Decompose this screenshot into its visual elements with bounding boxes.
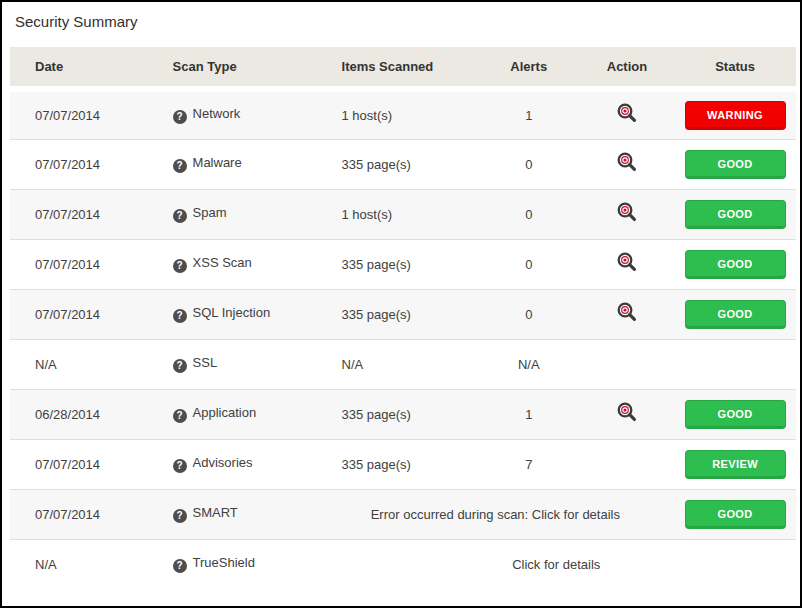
scan-type-label: Advisories (193, 455, 253, 470)
scan-message-cell[interactable]: Click for details (317, 539, 796, 589)
help-icon[interactable]: ? (173, 409, 187, 423)
status-cell: GOOD (674, 389, 796, 439)
scan-type-cell: ?SSL (148, 339, 317, 389)
items-scanned-cell: N/A (317, 339, 478, 389)
scan-type-cell: ?Advisories (148, 439, 317, 489)
alerts-cell: 1 (478, 89, 580, 139)
status-cell: WARNING (674, 89, 796, 139)
scan-type-label: SMART (193, 505, 238, 520)
items-scanned-cell: 1 host(s) (317, 89, 478, 139)
col-header-scan-type: Scan Type (148, 47, 317, 89)
status-badge-good[interactable]: GOOD (685, 400, 786, 429)
scan-type-cell: ?Network (148, 89, 317, 139)
table-row-smart: 07/07/2014?SMARTError occurred during sc… (10, 489, 796, 539)
scan-details-target-magnifier-icon[interactable] (615, 102, 639, 126)
action-cell (580, 339, 674, 389)
scan-details-target-magnifier-icon[interactable] (615, 301, 639, 325)
col-header-action: Action (580, 47, 674, 89)
scan-type-label: TrueShield (193, 555, 255, 570)
alerts-cell: 0 (478, 139, 580, 189)
table-row-advisories: 07/07/2014?Advisories335 page(s)7REVIEW (10, 439, 796, 489)
scan-type-cell: ?SQL Injection (148, 289, 317, 339)
scan-message-cell[interactable]: Error occurred during scan: Click for de… (317, 489, 675, 539)
status-badge-good[interactable]: GOOD (685, 150, 786, 179)
table-row-malware: 07/07/2014?Malware335 page(s)0GOOD (10, 139, 796, 189)
scan-type-cell: ?Malware (148, 139, 317, 189)
scan-type-label: Application (193, 405, 257, 420)
status-badge-good[interactable]: GOOD (685, 250, 786, 279)
help-icon[interactable]: ? (173, 559, 187, 573)
status-cell: GOOD (674, 239, 796, 289)
items-scanned-cell: 335 page(s) (317, 239, 478, 289)
scan-type-label: SQL Injection (193, 305, 271, 320)
scan-type-cell: ?Spam (148, 189, 317, 239)
scan-type-label: XSS Scan (193, 255, 252, 270)
status-badge-good[interactable]: GOOD (685, 300, 786, 329)
scan-details-target-magnifier-icon[interactable] (615, 151, 639, 175)
help-icon[interactable]: ? (173, 259, 187, 273)
scan-type-cell: ?XSS Scan (148, 239, 317, 289)
table-row-ssl: N/A?SSLN/AN/A (10, 339, 796, 389)
items-scanned-cell: 1 host(s) (317, 189, 478, 239)
alerts-cell: N/A (478, 339, 580, 389)
scan-details-target-magnifier-icon[interactable] (615, 201, 639, 225)
table-row-network: 07/07/2014?Network1 host(s)1WARNING (10, 89, 796, 139)
status-badge-review[interactable]: REVIEW (685, 450, 786, 479)
status-cell: REVIEW (674, 439, 796, 489)
help-icon[interactable]: ? (173, 159, 187, 173)
table-row-spam: 07/07/2014?Spam1 host(s)0GOOD (10, 189, 796, 239)
col-header-items-scanned: Items Scanned (317, 47, 478, 89)
date-cell: 07/07/2014 (10, 189, 148, 239)
action-cell (580, 189, 674, 239)
scan-details-target-magnifier-icon[interactable] (615, 401, 639, 425)
date-cell: 07/07/2014 (10, 239, 148, 289)
help-icon[interactable]: ? (173, 509, 187, 523)
date-cell: N/A (10, 539, 148, 589)
alerts-cell: 7 (478, 439, 580, 489)
table-row-xss-scan: 07/07/2014?XSS Scan335 page(s)0GOOD (10, 239, 796, 289)
items-scanned-cell: 335 page(s) (317, 439, 478, 489)
alerts-cell: 1 (478, 389, 580, 439)
date-cell: 07/07/2014 (10, 439, 148, 489)
items-scanned-cell: 335 page(s) (317, 289, 478, 339)
col-header-status: Status (674, 47, 796, 89)
help-icon[interactable]: ? (173, 459, 187, 473)
security-summary-page: Security Summary Date Scan Type Items Sc… (0, 0, 802, 608)
date-cell: 07/07/2014 (10, 289, 148, 339)
table-row-application: 06/28/2014?Application335 page(s)1GOOD (10, 389, 796, 439)
items-scanned-cell: 335 page(s) (317, 389, 478, 439)
date-cell: 07/07/2014 (10, 89, 148, 139)
table-row-trueshield: N/A?TrueShieldClick for details (10, 539, 796, 589)
alerts-cell: 0 (478, 239, 580, 289)
alerts-cell: 0 (478, 289, 580, 339)
status-cell: GOOD (674, 289, 796, 339)
date-cell: 07/07/2014 (10, 139, 148, 189)
action-cell (580, 389, 674, 439)
status-cell (674, 339, 796, 389)
alerts-cell: 0 (478, 189, 580, 239)
action-cell (580, 89, 674, 139)
status-cell: GOOD (674, 189, 796, 239)
scan-details-target-magnifier-icon[interactable] (615, 251, 639, 275)
action-cell (580, 239, 674, 289)
status-badge-good[interactable]: GOOD (685, 500, 786, 529)
help-icon[interactable]: ? (173, 359, 187, 373)
date-cell: N/A (10, 339, 148, 389)
table-header-row: Date Scan Type Items Scanned Alerts Acti… (10, 47, 796, 89)
date-cell: 07/07/2014 (10, 489, 148, 539)
status-cell: GOOD (674, 489, 796, 539)
help-icon[interactable]: ? (173, 110, 187, 124)
page-title: Security Summary (15, 13, 800, 30)
scan-type-label: Network (193, 106, 241, 121)
status-badge-warning[interactable]: WARNING (685, 101, 786, 130)
help-icon[interactable]: ? (173, 209, 187, 223)
scan-type-label: Malware (193, 155, 242, 170)
security-summary-table: Date Scan Type Items Scanned Alerts Acti… (10, 47, 796, 589)
status-badge-good[interactable]: GOOD (685, 200, 786, 229)
action-cell (580, 139, 674, 189)
status-cell: GOOD (674, 139, 796, 189)
col-header-date: Date (10, 47, 148, 89)
help-icon[interactable]: ? (173, 309, 187, 323)
scan-type-cell: ?Application (148, 389, 317, 439)
scan-type-cell: ?SMART (148, 489, 317, 539)
